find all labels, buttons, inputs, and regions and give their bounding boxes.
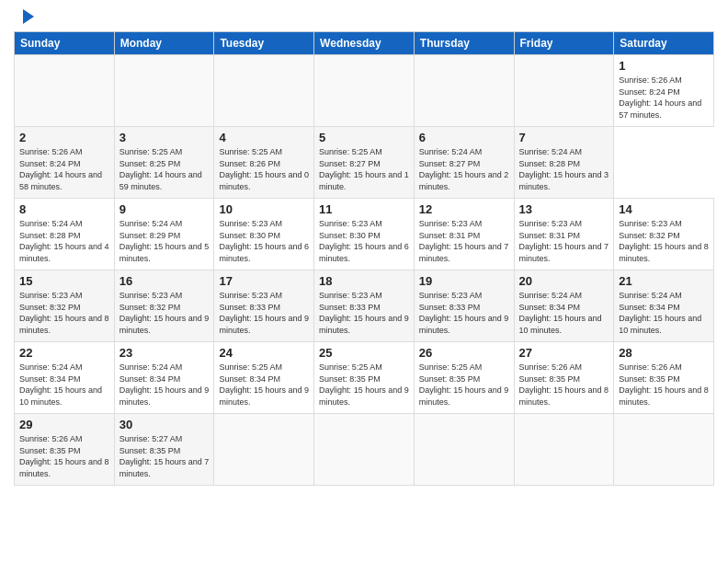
- day-info: Sunrise: 5:23 AMSunset: 8:33 PMDaylight:…: [219, 291, 309, 335]
- day-info: Sunrise: 5:24 AMSunset: 8:34 PMDaylight:…: [19, 362, 102, 407]
- calendar-cell: 23Sunrise: 5:24 AMSunset: 8:34 PMDayligh…: [114, 342, 214, 414]
- day-number: 3: [119, 131, 210, 144]
- day-number: 13: [519, 202, 609, 216]
- day-number: 10: [219, 202, 309, 216]
- calendar-cell: [214, 55, 314, 127]
- calendar-cell: 26Sunrise: 5:25 AMSunset: 8:35 PMDayligh…: [414, 342, 514, 414]
- day-info: Sunrise: 5:24 AMSunset: 8:28 PMDaylight:…: [19, 219, 109, 263]
- day-number: 20: [519, 274, 609, 288]
- day-info: Sunrise: 5:27 AMSunset: 8:35 PMDaylight:…: [119, 434, 210, 478]
- week-row-0: 1Sunrise: 5:26 AMSunset: 8:24 PMDaylight…: [15, 55, 714, 127]
- calendar-cell: [214, 414, 314, 486]
- day-number: 23: [119, 346, 210, 360]
- day-number: 2: [19, 131, 109, 144]
- calendar-cell: 5Sunrise: 5:25 AMSunset: 8:27 PMDaylight…: [314, 127, 415, 199]
- calendar-cell: [114, 55, 214, 127]
- calendar-cell: 18Sunrise: 5:23 AMSunset: 8:33 PMDayligh…: [314, 270, 415, 342]
- day-number: 28: [619, 346, 709, 360]
- day-number: 15: [19, 274, 109, 288]
- day-info: Sunrise: 5:26 AMSunset: 8:24 PMDaylight:…: [19, 147, 102, 191]
- day-info: Sunrise: 5:23 AMSunset: 8:31 PMDaylight:…: [419, 219, 509, 263]
- header: [14, 9, 714, 24]
- day-number: 27: [519, 346, 609, 360]
- calendar-cell: 13Sunrise: 5:23 AMSunset: 8:31 PMDayligh…: [514, 199, 614, 270]
- calendar-cell: 29Sunrise: 5:26 AMSunset: 8:35 PMDayligh…: [15, 414, 115, 486]
- day-number: 11: [319, 202, 409, 216]
- calendar-cell: 28Sunrise: 5:26 AMSunset: 8:35 PMDayligh…: [614, 342, 714, 414]
- logo-arrow-icon: [23, 9, 34, 24]
- day-header-wednesday: Wednesday: [314, 32, 415, 55]
- day-info: Sunrise: 5:23 AMSunset: 8:30 PMDaylight:…: [219, 219, 309, 263]
- day-header-saturday: Saturday: [614, 32, 714, 55]
- day-info: Sunrise: 5:26 AMSunset: 8:35 PMDaylight:…: [619, 362, 709, 407]
- day-info: Sunrise: 5:23 AMSunset: 8:32 PMDaylight:…: [19, 291, 109, 335]
- day-info: Sunrise: 5:23 AMSunset: 8:32 PMDaylight:…: [619, 219, 709, 263]
- day-number: 8: [19, 202, 109, 216]
- day-header-monday: Monday: [114, 32, 214, 55]
- day-number: 7: [519, 131, 609, 144]
- calendar-cell: [614, 414, 714, 486]
- day-header-thursday: Thursday: [414, 32, 514, 55]
- header-row: SundayMondayTuesdayWednesdayThursdayFrid…: [15, 32, 714, 55]
- day-info: Sunrise: 5:24 AMSunset: 8:28 PMDaylight:…: [519, 147, 609, 191]
- calendar-cell: 12Sunrise: 5:23 AMSunset: 8:31 PMDayligh…: [414, 199, 514, 270]
- week-row-3: 15Sunrise: 5:23 AMSunset: 8:32 PMDayligh…: [15, 270, 714, 342]
- day-header-friday: Friday: [514, 32, 614, 55]
- day-number: 19: [419, 274, 509, 288]
- day-info: Sunrise: 5:25 AMSunset: 8:35 PMDaylight:…: [319, 362, 409, 407]
- day-number: 16: [119, 274, 210, 288]
- calendar-cell: 6Sunrise: 5:24 AMSunset: 8:27 PMDaylight…: [414, 127, 514, 199]
- day-header-tuesday: Tuesday: [214, 32, 314, 55]
- day-info: Sunrise: 5:25 AMSunset: 8:34 PMDaylight:…: [219, 362, 309, 407]
- day-number: 6: [419, 131, 509, 144]
- day-info: Sunrise: 5:24 AMSunset: 8:27 PMDaylight:…: [419, 147, 509, 191]
- calendar-cell: 21Sunrise: 5:24 AMSunset: 8:34 PMDayligh…: [614, 270, 714, 342]
- calendar-cell: [514, 414, 614, 486]
- day-number: 22: [19, 346, 109, 360]
- calendar-cell: 17Sunrise: 5:23 AMSunset: 8:33 PMDayligh…: [214, 270, 314, 342]
- day-number: 29: [19, 418, 109, 431]
- calendar-cell: [15, 55, 115, 127]
- calendar-cell: [314, 55, 415, 127]
- day-header-sunday: Sunday: [15, 32, 115, 55]
- day-info: Sunrise: 5:26 AMSunset: 8:24 PMDaylight:…: [619, 75, 701, 120]
- day-number: 5: [319, 131, 409, 144]
- day-info: Sunrise: 5:23 AMSunset: 8:33 PMDaylight:…: [319, 291, 409, 335]
- day-number: 14: [619, 202, 709, 216]
- day-info: Sunrise: 5:25 AMSunset: 8:26 PMDaylight:…: [219, 147, 309, 191]
- day-info: Sunrise: 5:23 AMSunset: 8:31 PMDaylight:…: [519, 219, 609, 263]
- calendar-cell: 30Sunrise: 5:27 AMSunset: 8:35 PMDayligh…: [114, 414, 214, 486]
- day-info: Sunrise: 5:24 AMSunset: 8:29 PMDaylight:…: [119, 219, 210, 263]
- day-info: Sunrise: 5:25 AMSunset: 8:25 PMDaylight:…: [119, 147, 202, 191]
- calendar-cell: 8Sunrise: 5:24 AMSunset: 8:28 PMDaylight…: [15, 199, 115, 270]
- day-number: 17: [219, 274, 309, 288]
- week-row-1: 2Sunrise: 5:26 AMSunset: 8:24 PMDaylight…: [15, 127, 714, 199]
- day-number: 24: [219, 346, 309, 360]
- week-row-5: 29Sunrise: 5:26 AMSunset: 8:35 PMDayligh…: [15, 414, 714, 486]
- day-number: 26: [419, 346, 509, 360]
- day-number: 18: [319, 274, 409, 288]
- calendar-cell: 24Sunrise: 5:25 AMSunset: 8:34 PMDayligh…: [214, 342, 314, 414]
- calendar-cell: 7Sunrise: 5:24 AMSunset: 8:28 PMDaylight…: [514, 127, 614, 199]
- day-info: Sunrise: 5:24 AMSunset: 8:34 PMDaylight:…: [119, 362, 210, 407]
- calendar-cell: [314, 414, 415, 486]
- day-info: Sunrise: 5:26 AMSunset: 8:35 PMDaylight:…: [19, 434, 109, 478]
- day-info: Sunrise: 5:26 AMSunset: 8:35 PMDaylight:…: [519, 362, 609, 407]
- calendar-cell: 9Sunrise: 5:24 AMSunset: 8:29 PMDaylight…: [114, 199, 214, 270]
- day-number: 4: [219, 131, 309, 144]
- calendar-cell: 15Sunrise: 5:23 AMSunset: 8:32 PMDayligh…: [15, 270, 115, 342]
- week-row-2: 8Sunrise: 5:24 AMSunset: 8:28 PMDaylight…: [15, 199, 714, 270]
- day-info: Sunrise: 5:24 AMSunset: 8:34 PMDaylight:…: [619, 291, 701, 335]
- day-info: Sunrise: 5:23 AMSunset: 8:33 PMDaylight:…: [419, 291, 509, 335]
- day-number: 1: [619, 59, 709, 73]
- logo: [14, 9, 34, 24]
- calendar-cell: 19Sunrise: 5:23 AMSunset: 8:33 PMDayligh…: [414, 270, 514, 342]
- calendar-cell: [414, 55, 514, 127]
- calendar-cell: [514, 55, 614, 127]
- week-row-4: 22Sunrise: 5:24 AMSunset: 8:34 PMDayligh…: [15, 342, 714, 414]
- day-info: Sunrise: 5:25 AMSunset: 8:35 PMDaylight:…: [419, 362, 509, 407]
- calendar-cell: 27Sunrise: 5:26 AMSunset: 8:35 PMDayligh…: [514, 342, 614, 414]
- day-number: 21: [619, 274, 709, 288]
- day-number: 30: [119, 418, 210, 431]
- calendar-cell: 25Sunrise: 5:25 AMSunset: 8:35 PMDayligh…: [314, 342, 415, 414]
